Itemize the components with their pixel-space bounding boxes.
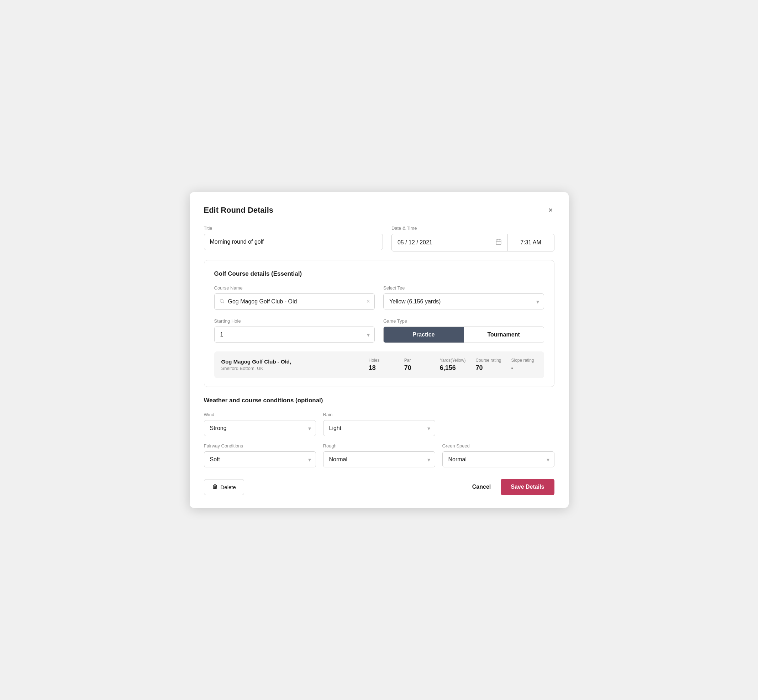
rain-dropdown[interactable]: Light <box>323 420 435 436</box>
clear-course-icon[interactable]: × <box>366 298 370 305</box>
modal-footer: Delete Cancel Save Details <box>204 479 554 495</box>
course-info-name-main: Gog Magog Golf Club - Old, <box>221 359 359 364</box>
fairway-dropdown[interactable]: Soft <box>204 452 316 467</box>
course-stat-course-rating: Course rating 70 <box>465 358 501 372</box>
green-speed-label: Green Speed <box>442 443 554 448</box>
edit-round-modal: Edit Round Details × Title Date & Time 0… <box>190 192 568 508</box>
title-input[interactable] <box>204 234 383 250</box>
date-value: 05 / 12 / 2021 <box>398 239 432 246</box>
title-label: Title <box>204 225 383 231</box>
course-name-input[interactable] <box>214 294 375 310</box>
course-stat-slope-rating: Slope rating - <box>501 358 537 372</box>
title-datetime-row: Title Date & Time 05 / 12 / 2021 <box>204 225 554 252</box>
date-time-wrapper: 05 / 12 / 2021 7:31 AM <box>392 234 554 252</box>
course-name-label: Course Name <box>214 285 375 291</box>
footer-right: Cancel Save Details <box>469 479 554 495</box>
course-name-group: Course Name × <box>214 285 375 310</box>
course-rating-value: 70 <box>475 364 482 372</box>
rough-wrapper: Normal ▾ <box>323 452 435 467</box>
course-name-wrapper: × <box>214 294 375 310</box>
search-icon <box>219 298 224 305</box>
starting-hole-dropdown[interactable]: 1 <box>214 327 375 342</box>
fairway-label: Fairway Conditions <box>204 443 316 448</box>
select-tee-wrapper: Yellow (6,156 yards) ▾ <box>383 294 544 309</box>
wind-wrapper: Strong ▾ <box>204 420 316 436</box>
game-type-label: Game Type <box>383 318 544 324</box>
weather-section: Weather and course conditions (optional)… <box>204 397 554 467</box>
title-group: Title <box>204 225 383 252</box>
rough-group: Rough Normal ▾ <box>323 443 435 467</box>
datetime-group: Date & Time 05 / 12 / 2021 7:31 AM <box>392 225 554 252</box>
course-tee-row: Course Name × Select Tee <box>214 285 544 310</box>
rough-dropdown[interactable]: Normal <box>323 452 435 467</box>
course-stat-yards: Yards(Yellow) 6,156 <box>430 358 466 372</box>
date-display[interactable]: 05 / 12 / 2021 <box>392 234 508 251</box>
par-value: 70 <box>404 364 411 372</box>
cancel-button[interactable]: Cancel <box>469 480 493 494</box>
course-info-location: Shelford Bottom, UK <box>221 366 359 371</box>
delete-label: Delete <box>221 484 236 490</box>
svg-point-4 <box>220 300 223 303</box>
modal-title: Edit Round Details <box>204 206 274 215</box>
green-speed-group: Green Speed Normal ▾ <box>442 443 554 467</box>
hole-gametype-row: Starting Hole 1 ▾ Game Type Practice Tou… <box>214 318 544 343</box>
time-value: 7:31 AM <box>520 239 541 246</box>
rain-label: Rain <box>323 412 435 417</box>
course-rating-label: Course rating <box>475 358 501 363</box>
select-tee-group: Select Tee Yellow (6,156 yards) ▾ <box>383 285 544 310</box>
game-type-group: Game Type Practice Tournament <box>383 318 544 343</box>
delete-button[interactable]: Delete <box>204 479 244 495</box>
fairway-wrapper: Soft ▾ <box>204 452 316 467</box>
starting-hole-group: Starting Hole 1 ▾ <box>214 318 375 343</box>
wind-group: Wind Strong ▾ <box>204 412 316 436</box>
rain-group: Rain Light ▾ <box>323 412 435 436</box>
save-button[interactable]: Save Details <box>501 479 554 495</box>
course-stat-par: Par 70 <box>394 358 430 372</box>
rough-label: Rough <box>323 443 435 448</box>
svg-rect-0 <box>496 240 501 245</box>
starting-hole-wrapper: 1 ▾ <box>214 327 375 342</box>
course-stat-holes: Holes 18 <box>359 358 394 372</box>
course-info-name: Gog Magog Golf Club - Old, Shelford Bott… <box>221 359 359 371</box>
holes-value: 18 <box>369 364 376 372</box>
weather-title: Weather and course conditions (optional) <box>204 397 554 404</box>
fairway-group: Fairway Conditions Soft ▾ <box>204 443 316 467</box>
trash-icon <box>212 484 218 491</box>
golf-course-section: Golf Course details (Essential) Course N… <box>204 260 554 387</box>
yards-label: Yards(Yellow) <box>440 358 466 363</box>
tournament-button[interactable]: Tournament <box>464 327 544 342</box>
time-display[interactable]: 7:31 AM <box>508 234 554 251</box>
practice-button[interactable]: Practice <box>384 327 464 342</box>
wind-dropdown[interactable]: Strong <box>204 420 316 436</box>
green-speed-dropdown[interactable]: Normal <box>442 452 554 467</box>
rain-wrapper: Light ▾ <box>323 420 435 436</box>
starting-hole-label: Starting Hole <box>214 318 375 324</box>
close-button[interactable]: × <box>547 205 554 216</box>
holes-label: Holes <box>369 358 380 363</box>
wind-rain-row: Wind Strong ▾ Rain Light ▾ <box>204 412 554 436</box>
datetime-label: Date & Time <box>392 225 554 231</box>
fairway-rough-green-row: Fairway Conditions Soft ▾ Rough Normal ▾ <box>204 443 554 467</box>
game-type-toggle: Practice Tournament <box>383 327 544 343</box>
course-info-row: Gog Magog Golf Club - Old, Shelford Bott… <box>214 352 544 378</box>
svg-line-5 <box>223 302 224 303</box>
slope-rating-value: - <box>511 364 514 372</box>
modal-header: Edit Round Details × <box>204 205 554 216</box>
yards-value: 6,156 <box>440 364 456 372</box>
par-label: Par <box>404 358 411 363</box>
slope-rating-label: Slope rating <box>511 358 534 363</box>
green-speed-wrapper: Normal ▾ <box>442 452 554 467</box>
select-tee-dropdown[interactable]: Yellow (6,156 yards) <box>383 294 544 309</box>
calendar-icon <box>495 239 502 247</box>
wind-label: Wind <box>204 412 316 417</box>
select-tee-label: Select Tee <box>383 285 544 291</box>
golf-section-title: Golf Course details (Essential) <box>214 270 544 277</box>
